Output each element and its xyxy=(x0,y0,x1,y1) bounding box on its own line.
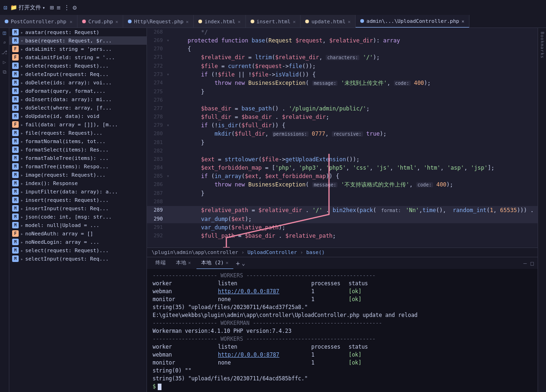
method-name: formatSelect(items): Res... xyxy=(25,147,109,153)
toolbar-icon-2[interactable]: ≡ xyxy=(56,4,60,11)
terminal-area: 终端 本地 ✕ 本地 (2) ✕ + ⌄ — □ ---------------… xyxy=(147,257,538,392)
activity-files-icon[interactable]: ◫ xyxy=(3,30,6,36)
terminal-cursor xyxy=(158,384,161,390)
bookmarks-icon[interactable]: Bookmarks xyxy=(540,30,545,61)
method-item[interactable]: M ▸ selectInput(request: Req... xyxy=(9,254,147,263)
method-item[interactable]: M ▸ doFormat(query, format,... xyxy=(9,87,147,95)
arrow-icon: ▸ xyxy=(21,231,23,236)
method-name: formatNormal(items, tot... xyxy=(25,138,105,144)
method-name: doUpdate(id, data): void xyxy=(25,113,99,119)
terminal-line: monitornone1[ok] xyxy=(153,359,532,367)
terminal-content[interactable]: -------------------- WORKERS -----------… xyxy=(147,269,538,392)
code-content: } xyxy=(172,189,538,198)
toolbar-icon-1[interactable]: ⊞ xyxy=(50,4,54,11)
terminal-minimize-icon[interactable]: — xyxy=(524,260,527,267)
tab-update[interactable]: update.html ✕ xyxy=(301,15,356,28)
toolbar-icon-3[interactable]: ⋮ xyxy=(63,4,70,11)
tab-close-icon[interactable]: ✕ xyxy=(462,19,464,24)
code-line-276: 276 xyxy=(147,96,538,104)
tab-close-icon[interactable]: ✕ xyxy=(70,19,72,24)
code-content xyxy=(172,147,538,155)
terminal-link-2[interactable]: http://0.0.0.0:8787 xyxy=(218,351,280,358)
method-item[interactable]: M ▸ select(request: Request)... xyxy=(9,246,147,254)
settings-icon[interactable]: ⚙ xyxy=(73,4,77,11)
method-item[interactable]: M ▸ formatNormal(items, tot... xyxy=(9,137,147,145)
tab-close-icon[interactable]: ✕ xyxy=(293,19,295,24)
method-item[interactable]: M ▸ doUpdate(id, data): void xyxy=(9,112,147,120)
method-item[interactable]: M ▸ inputFilter(data: array): a... xyxy=(9,187,147,196)
method-item[interactable]: M ▸ index(): Response xyxy=(9,179,147,187)
method-item[interactable]: M ▸ deleteInput(request: Req... xyxy=(9,70,147,78)
terminal-chevron-icon[interactable]: ⌄ xyxy=(242,260,245,267)
arrow-icon: ▸ xyxy=(21,89,23,94)
method-item[interactable]: M ▸ image(request: Request)... xyxy=(9,171,147,179)
arrow-icon: ▸ xyxy=(21,172,23,178)
code-scroll-area[interactable]: 268 */ 269 ▾ protected function base(Req… xyxy=(147,28,538,248)
method-item[interactable]: M ▸ formatSelect(items): Res... xyxy=(9,145,147,154)
tab-close-icon[interactable]: ✕ xyxy=(238,19,241,24)
fold-gutter[interactable]: ▾ xyxy=(167,36,172,45)
code-content: $ext_forbidden_map = ['php', 'php3', 'ph… xyxy=(172,164,538,172)
terminal-tab-close[interactable]: ✕ xyxy=(188,260,191,265)
fold-gutter[interactable]: ▾ xyxy=(167,121,172,130)
method-item[interactable]: F ▸ noNeedAuth: array = [] xyxy=(9,229,147,238)
terminal-maximize-icon[interactable]: □ xyxy=(531,260,534,267)
activity-debug-icon[interactable]: ▷ xyxy=(3,59,6,65)
tab-postcontroller[interactable]: PostController.php ✕ xyxy=(0,15,77,28)
tab-close-icon[interactable]: ✕ xyxy=(348,19,350,24)
method-item[interactable]: M ▸ model: null|Upload = ... xyxy=(9,221,147,229)
fold-gutter[interactable]: ▾ xyxy=(167,172,172,180)
activity-git-icon[interactable]: ⎇ xyxy=(1,49,7,55)
method-item[interactable]: M ▸ avatar(request: Request) xyxy=(9,28,147,36)
tab-uploadcontroller[interactable]: admin\...\UploadController.php ✕ xyxy=(356,15,469,28)
tab-index[interactable]: index.html ✕ xyxy=(194,15,245,28)
method-item[interactable]: F ▸ dataLimit: string = 'pers... xyxy=(9,45,147,53)
terminal-tab-zhongjie[interactable]: 终端 xyxy=(151,257,170,269)
terminal-tab-local2[interactable]: 本地 (2) ✕ xyxy=(196,257,233,269)
line-number: 289 xyxy=(147,206,167,215)
method-item[interactable]: M ▸ doInsert(data: array): mi... xyxy=(9,95,147,103)
arrow-icon: ▸ xyxy=(21,30,23,35)
method-item[interactable]: M ▸ insert(request: Request)... xyxy=(9,196,147,204)
arrow-icon: ▸ xyxy=(21,47,23,52)
tab-dot xyxy=(360,19,364,23)
method-item[interactable]: M ▸ doSelect(where: array, [f... xyxy=(9,103,147,112)
terminal-tab-local[interactable]: 本地 ✕ xyxy=(171,257,196,269)
badge-f: F xyxy=(12,54,19,61)
activity-search-icon[interactable]: ⌕ xyxy=(3,40,6,46)
fold-gutter xyxy=(167,198,172,206)
line-number: 274 xyxy=(147,79,167,88)
method-item[interactable]: F ▸ dataLimitField: string = '... xyxy=(9,53,147,62)
terminal-link-1[interactable]: http://0.0.0.0:8787 xyxy=(218,288,280,295)
terminal-cursor-line[interactable]: $ xyxy=(153,383,532,391)
activity-ext-icon[interactable]: ⧉ xyxy=(3,69,7,75)
tab-close-icon[interactable]: ✕ xyxy=(186,19,189,24)
terminal-tab2-close[interactable]: ✕ xyxy=(226,260,229,265)
method-list-panel: M ▸ avatar(request: Request) M ▾ base(re… xyxy=(9,28,147,392)
method-name: doFormat(query, format,... xyxy=(25,88,105,94)
arrow-icon: ▸ xyxy=(21,164,23,169)
method-item[interactable]: M ▸ formatTableTree(items): ... xyxy=(9,154,147,162)
method-item[interactable]: M ▸ json(code: int, [msg: str... xyxy=(9,213,147,221)
method-item[interactable]: M ▸ file(request: Request)... xyxy=(9,129,147,137)
method-item[interactable]: M ▸ noNeedLogin: array = ... xyxy=(9,238,147,246)
terminal-add-icon[interactable]: + xyxy=(236,260,240,267)
method-item[interactable]: M ▸ formatTree(items): Respo... xyxy=(9,162,147,171)
tab-insert[interactable]: insert.html ✕ xyxy=(246,15,301,28)
method-item[interactable]: M ▾ base(request: Request, $r... xyxy=(9,36,147,45)
method-name: fail(data: array = []]), [m... xyxy=(25,122,118,128)
tab-crud[interactable]: Crud.php ✕ xyxy=(77,15,123,28)
tab-close-icon[interactable]: ✕ xyxy=(115,19,118,24)
tab-httprequest[interactable]: Http\Request.php ✕ xyxy=(123,15,194,28)
code-line-287: 287 } xyxy=(147,189,538,198)
method-item[interactable]: M ▸ delete(request: Request)... xyxy=(9,62,147,70)
method-item[interactable]: F ▸ fail(data: array = []]), [m... xyxy=(9,120,147,129)
method-item[interactable]: M ▸ insertInput(request: Req... xyxy=(9,204,147,213)
arrow-icon: ▸ xyxy=(21,147,23,152)
open-file-button[interactable]: 📁 打开文件 ▾ xyxy=(10,4,45,12)
fold-gutter xyxy=(167,130,172,138)
badge-m: M xyxy=(12,146,19,153)
fold-gutter[interactable]: ▾ xyxy=(167,70,172,79)
line-number: 276 xyxy=(147,96,167,104)
method-item[interactable]: M ▸ doDelete(ids: array): voi... xyxy=(9,78,147,87)
